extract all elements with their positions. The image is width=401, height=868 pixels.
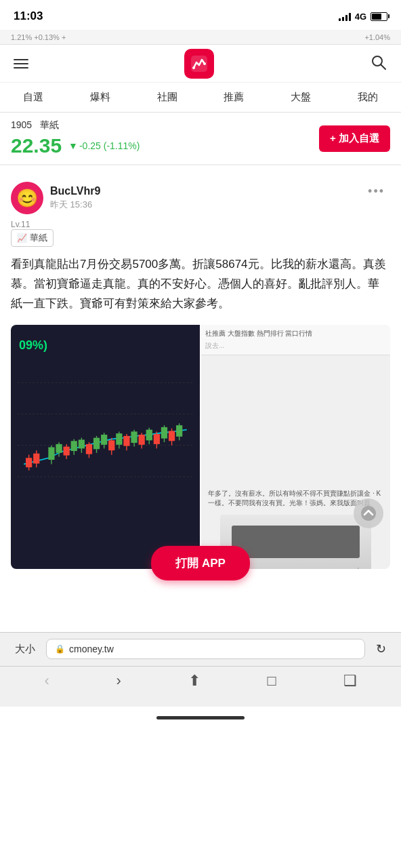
browser-url-bar-area: 大小 🔒 cmoney.tw ↻: [0, 632, 401, 666]
app-logo[interactable]: [184, 49, 214, 79]
status-bar: 11:03 4G: [0, 0, 401, 30]
svg-rect-42: [154, 434, 160, 444]
stock-name: 華紙: [40, 119, 59, 130]
svg-rect-26: [93, 437, 100, 449]
lock-icon: 🔒: [55, 644, 65, 654]
status-icons: 4G: [339, 12, 387, 22]
tab-community[interactable]: 社團: [133, 83, 200, 112]
svg-rect-48: [176, 425, 182, 437]
tab-market[interactable]: 大盤: [268, 83, 335, 112]
stock-tag-label: 華紙: [30, 232, 47, 244]
tabs-button[interactable]: ❑: [335, 669, 365, 692]
tab-watchlist[interactable]: 自選: [0, 83, 67, 112]
network-label: 4G: [355, 12, 366, 22]
chart-line-icon: 📈: [17, 233, 27, 243]
post-more-button[interactable]: •••: [362, 182, 390, 201]
post-user-info: BucLVhr9 昨天 15:36: [50, 185, 100, 211]
arrow-up-icon: [361, 506, 376, 521]
scroll-up-button[interactable]: [354, 498, 383, 528]
add-watchlist-button[interactable]: + 加入自選: [319, 125, 390, 152]
change-value: -0.25 (-1.11%): [79, 140, 140, 151]
stock-change: ▼ -0.25 (-1.11%): [68, 140, 140, 151]
share-button[interactable]: ⬆: [180, 669, 209, 692]
avatar: 😊: [11, 182, 43, 214]
svg-rect-20: [71, 441, 77, 451]
open-app-button[interactable]: 打開 APP: [151, 546, 250, 580]
right-image-tabs: 社推薦 大盤指數 熱門排行 當口行情: [205, 329, 386, 338]
browser-navigation: ‹ › ⬆ □ ❑: [0, 666, 401, 707]
top-strip-left-text: 1.21% +0.13% +: [11, 33, 66, 41]
svg-rect-14: [48, 447, 54, 460]
browser-url-bar[interactable]: 🔒 cmoney.tw: [46, 639, 365, 659]
svg-rect-22: [79, 439, 85, 448]
forward-button[interactable]: ›: [108, 669, 129, 692]
svg-rect-12: [33, 453, 39, 463]
svg-rect-16: [56, 444, 62, 453]
tab-navigation: 自選 爆料 社團 推薦 大盤 我的: [0, 83, 401, 113]
tab-recommend[interactable]: 推薦: [200, 83, 268, 112]
tab-news[interactable]: 爆料: [67, 83, 134, 112]
svg-rect-28: [101, 435, 107, 445]
post-time: 昨天 15:36: [50, 199, 100, 211]
home-indicator-bar: [156, 716, 245, 719]
battery-icon: [371, 12, 387, 21]
post-avatar-area: 😊 BucLVhr9 昨天 15:36: [11, 182, 100, 214]
tab-text: 社推薦 大盤指數 熱門排行 當口行情: [205, 329, 312, 338]
post-level: Lv.11: [11, 220, 390, 229]
refresh-button[interactable]: ↻: [372, 639, 390, 659]
svg-point-2: [203, 62, 206, 65]
stock-info-bar: 1905 華紙 22.35 ▼ -0.25 (-1.11%) + 加入自選: [0, 113, 401, 165]
logo-icon: [190, 54, 209, 73]
back-button[interactable]: ‹: [36, 669, 57, 692]
svg-point-49: [361, 506, 376, 521]
tab-mine[interactable]: 我的: [334, 83, 401, 112]
svg-rect-30: [108, 440, 114, 450]
search-icon[interactable]: [367, 51, 390, 77]
open-app-button-container: 打開 APP: [11, 546, 390, 580]
url-text: cmoney.tw: [69, 644, 114, 654]
top-strip: 1.21% +0.13% + +1.04%: [0, 30, 401, 45]
stock-code-name: 1905 華紙: [11, 119, 140, 132]
svg-rect-24: [86, 444, 92, 454]
svg-rect-18: [64, 446, 70, 455]
svg-line-4: [381, 64, 386, 69]
svg-rect-34: [123, 436, 129, 446]
post-header: 😊 BucLVhr9 昨天 15:36 •••: [11, 182, 390, 214]
stock-tag[interactable]: 📈 華紙: [11, 229, 54, 247]
right-image-search-hint: 說去...: [205, 341, 386, 351]
post-images: 09%): [11, 325, 390, 569]
text-size-button[interactable]: 大小: [11, 640, 39, 658]
svg-rect-46: [169, 431, 175, 441]
status-time: 11:03: [14, 9, 43, 23]
post-content: 看到真龍貼出7月份交易5700多萬。折讓58674元。比我的薪水還高。真羨慕。當…: [11, 255, 390, 314]
svg-rect-44: [161, 427, 167, 439]
post-container: 😊 BucLVhr9 昨天 15:36 ••• Lv.11 📈 華紙 看到真龍貼…: [0, 171, 401, 591]
top-strip-right-text: +1.04%: [364, 33, 390, 41]
svg-rect-10: [26, 458, 32, 467]
svg-rect-40: [146, 429, 152, 440]
avatar-emoji: 😊: [16, 188, 38, 209]
right-image-header: 社推薦 大盤指數 熱門排行 當口行情 說去...: [201, 325, 390, 355]
post-image-screenshot[interactable]: 社推薦 大盤指數 熱門排行 當口行情 說去... 年多了。沒有薪水。所以有時候不…: [201, 325, 390, 569]
svg-rect-36: [131, 431, 137, 443]
spacer: [0, 591, 401, 618]
nav-header: [0, 45, 401, 83]
battery-fill: [372, 14, 381, 20]
candlestick-chart: [18, 332, 193, 521]
stock-code: 1905: [11, 119, 32, 130]
chart-container: 09%): [11, 325, 200, 569]
svg-point-1: [192, 66, 195, 69]
bookmark-button[interactable]: □: [259, 669, 284, 692]
stock-price-row: 22.35 ▼ -0.25 (-1.11%): [11, 134, 140, 157]
post-username: BucLVhr9: [50, 185, 100, 197]
change-icon: ▼: [68, 140, 78, 151]
home-indicator: [0, 707, 401, 730]
signal-bars-icon: [339, 12, 351, 21]
stock-info-left: 1905 華紙 22.35 ▼ -0.25 (-1.11%): [11, 119, 140, 157]
stock-price: 22.35: [11, 134, 62, 157]
hamburger-menu-icon[interactable]: [11, 56, 31, 71]
svg-rect-32: [116, 433, 122, 445]
post-image-chart[interactable]: 09%): [11, 325, 200, 569]
svg-rect-38: [139, 435, 145, 445]
chart-percent-label: 09%): [19, 338, 47, 353]
